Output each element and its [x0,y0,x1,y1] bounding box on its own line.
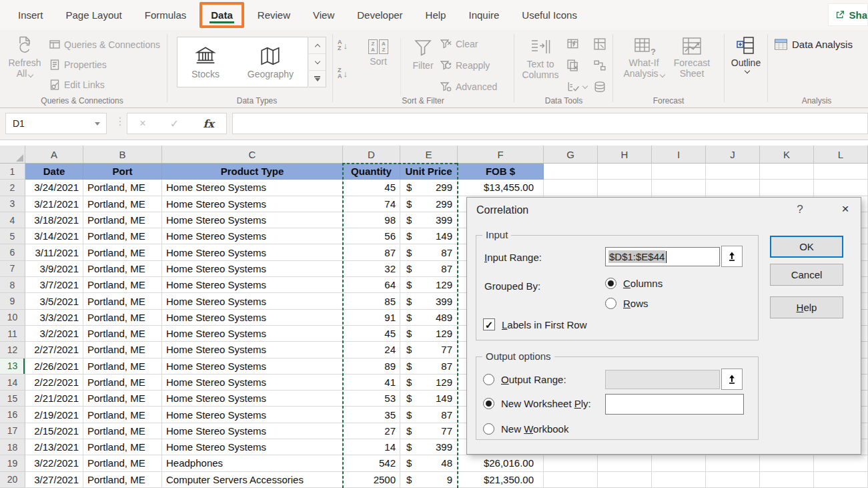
cell-L19[interactable] [814,455,868,471]
cell-B4[interactable]: Portland, ME [83,212,162,228]
row-header-16[interactable]: 16 [0,407,25,423]
cell-E14[interactable]: $129 [400,375,458,391]
cell-K2[interactable] [760,180,814,196]
properties-button[interactable]: Properties [49,59,107,70]
what-if-analysis-button[interactable]: ? What-If Analysis [622,37,666,79]
cell-E1[interactable]: Unit Price [400,164,458,180]
cell-J2[interactable] [706,180,760,196]
cell-A17[interactable]: 2/15/2021 [25,423,83,439]
row-header-1[interactable]: 1 [0,164,25,180]
cell-A4[interactable]: 3/18/2021 [25,212,83,228]
row-header-6[interactable]: 6 [0,244,25,260]
tab-insert[interactable]: Insert [7,0,55,30]
row-header-20[interactable]: 20 [0,472,25,488]
cell-E11[interactable]: $129 [400,326,458,342]
row-header-12[interactable]: 12 [0,342,25,358]
cell-D3[interactable]: 74 [343,196,400,212]
cell-C15[interactable]: Home Stereo Systems [162,391,343,407]
cell-D7[interactable]: 32 [343,261,400,277]
cell-E13[interactable]: $87 [400,358,458,375]
cell-E19[interactable]: $48 [400,455,458,471]
cell-F1[interactable]: FOB $ [458,164,544,180]
cell-B16[interactable]: Portland, ME [83,407,162,423]
cell-K19[interactable] [760,455,814,471]
cell-C9[interactable]: Home Stereo Systems [162,293,343,309]
cell-J20[interactable] [706,472,760,488]
data-validation-button[interactable] [567,81,587,93]
output-range-field[interactable] [605,370,720,389]
cell-A1[interactable]: Date [25,164,83,180]
cell-E15[interactable]: $149 [400,391,458,407]
forecast-sheet-button[interactable]: Forecast Sheet [670,37,714,79]
gallery-more-button[interactable] [309,71,326,87]
cell-D19[interactable]: 542 [343,455,400,471]
cell-B2[interactable]: Portland, ME [83,180,162,196]
insert-function-icon[interactable]: fx [203,117,213,130]
cell-H20[interactable] [598,472,652,488]
cell-A8[interactable]: 3/7/2021 [25,277,83,293]
col-header-J[interactable]: J [706,146,760,164]
input-range-field[interactable]: $D$1:$E$44 [605,247,720,266]
row-header-5[interactable]: 5 [0,228,25,244]
output-range-radio[interactable]: Output Range: [483,374,566,385]
geography-button[interactable]: Geography [248,45,294,79]
row-header-2[interactable]: 2 [0,180,25,196]
cell-D14[interactable]: 41 [343,375,400,391]
cell-D10[interactable]: 91 [343,310,400,326]
cell-C2[interactable]: Home Stereo Systems [162,180,343,196]
row-header-9[interactable]: 9 [0,293,25,309]
clear-filter-button[interactable]: Clear [440,39,478,49]
cell-B12[interactable]: Portland, ME [83,342,162,358]
tab-useful-icons[interactable]: Useful Icons [510,0,588,30]
cell-G19[interactable] [544,455,598,471]
flash-fill-button[interactable] [567,38,579,50]
cell-C8[interactable]: Home Stereo Systems [162,277,343,293]
manage-data-model-button[interactable] [594,81,606,93]
row-header-4[interactable]: 4 [0,212,25,228]
cell-D4[interactable]: 98 [343,212,400,228]
cell-F20[interactable]: $21,350.00 [458,472,544,488]
cell-C18[interactable]: Home Stereo Systems [162,439,343,455]
cell-B20[interactable]: Portland, ME [83,472,162,488]
col-header-H[interactable]: H [598,146,652,164]
cell-C14[interactable]: Home Stereo Systems [162,375,343,391]
cancel-entry-icon[interactable]: × [139,117,145,130]
cell-B5[interactable]: Portland, ME [83,228,162,244]
cell-G2[interactable] [544,180,598,196]
grouped-by-columns-radio[interactable]: Columns [605,278,663,289]
cell-B3[interactable]: Portland, ME [83,196,162,212]
new-worksheet-ply-field[interactable] [605,394,744,415]
input-range-picker-button[interactable] [721,246,743,267]
queries-connections-button[interactable]: Queries & Connections [49,39,160,50]
cell-C12[interactable]: Home Stereo Systems [162,342,343,358]
stocks-button[interactable]: Stocks [191,45,220,79]
cell-C17[interactable]: Home Stereo Systems [162,423,343,439]
tab-view[interactable]: View [302,0,346,30]
cell-B10[interactable]: Portland, ME [83,310,162,326]
tab-formulas[interactable]: Formulas [133,0,198,30]
col-header-I[interactable]: I [652,146,706,164]
cell-E3[interactable]: $299 [400,196,458,212]
tab-review[interactable]: Review [246,0,302,30]
cell-A9[interactable]: 3/5/2021 [25,293,83,309]
outline-button[interactable]: Outline [729,35,763,73]
reapply-filter-button[interactable]: Reapply [440,60,490,71]
row-header-7[interactable]: 7 [0,261,25,277]
cell-L1[interactable] [814,164,868,180]
col-header-L[interactable]: L [814,146,868,164]
cell-B15[interactable]: Portland, ME [83,391,162,407]
cell-D6[interactable]: 87 [343,244,400,260]
row-header-3[interactable]: 3 [0,196,25,212]
cell-C20[interactable]: Computer Servers Accessories [162,472,343,488]
cell-E18[interactable]: $399 [400,439,458,455]
cell-E4[interactable]: $399 [400,212,458,228]
text-to-columns-button[interactable]: Text to Columns [519,37,562,80]
cell-A7[interactable]: 3/9/2021 [25,261,83,277]
share-button[interactable]: Sha [828,3,868,26]
dialog-help-icon[interactable]: ? [792,203,808,216]
cell-E9[interactable]: $399 [400,293,458,309]
cell-E16[interactable]: $87 [400,407,458,423]
cell-I1[interactable] [652,164,706,180]
sort-descending-button[interactable]: ZA ↓ [338,67,348,79]
row-header-10[interactable]: 10 [0,310,25,326]
